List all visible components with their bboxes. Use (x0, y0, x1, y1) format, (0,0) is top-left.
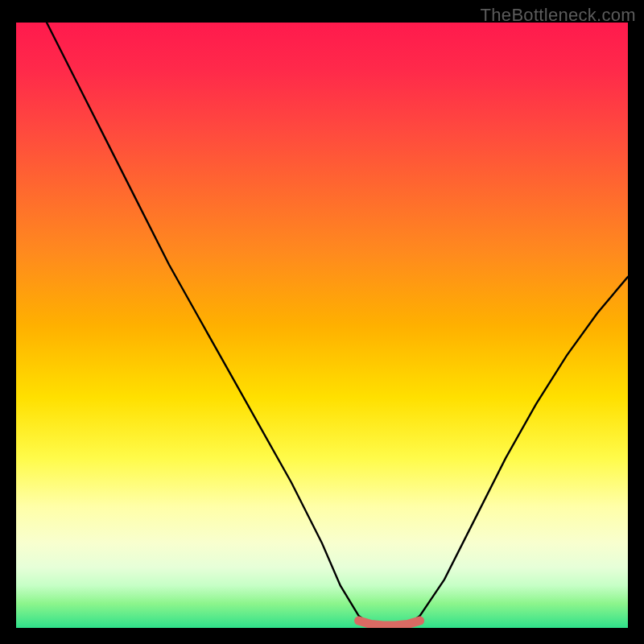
bottleneck-curve (47, 23, 628, 628)
chart-stage: TheBottleneck.com (0, 0, 644, 644)
flat-minimum-highlight (359, 621, 420, 625)
curve-layer (16, 23, 628, 628)
plot-area (16, 23, 628, 628)
watermark-text: TheBottleneck.com (481, 5, 636, 26)
